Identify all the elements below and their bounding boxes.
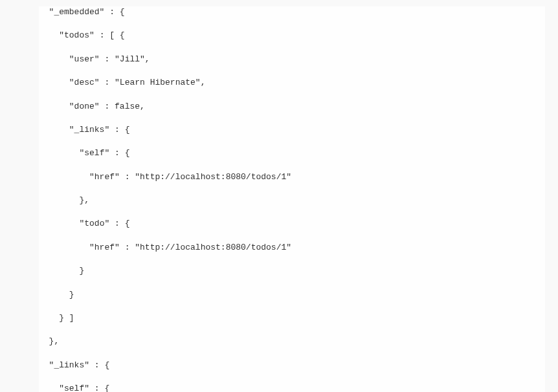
json-line: "_links" : { (39, 360, 545, 371)
json-key: "href" (89, 172, 120, 182)
json-value: false (115, 102, 140, 111)
json-code-block: "_embedded" : { "todos" : [ { "user" : "… (39, 6, 545, 392)
json-line: "self" : { (39, 147, 545, 159)
json-value: "Learn Hibernate" (115, 78, 201, 87)
json-key: "self" (59, 384, 89, 392)
json-line: "_embedded" : { (39, 6, 545, 18)
json-key: "done" (69, 102, 100, 111)
json-key: "_links" (49, 360, 89, 370)
json-line: "self" : { (39, 383, 545, 392)
json-key: "todos" (59, 30, 95, 40)
json-key: "href" (89, 243, 120, 252)
json-line: "_links" : { (39, 124, 545, 136)
json-value: "Jill" (115, 54, 145, 64)
json-line: }, (39, 336, 545, 347)
json-line: } ] (39, 312, 545, 324)
json-key: "desc" (69, 78, 100, 87)
json-line: "href" : "http://localhost:8080/todos/1" (39, 171, 545, 183)
json-line: "done" : false, (39, 101, 545, 113)
json-line: "desc" : "Learn Hibernate", (39, 77, 545, 89)
json-value: "http://localhost:8080/todos/1" (135, 243, 291, 252)
json-key: "self" (79, 148, 109, 158)
json-key: "todo" (79, 219, 109, 228)
json-line: "href" : "http://localhost:8080/todos/1" (39, 242, 545, 254)
json-line: "user" : "Jill", (39, 54, 545, 65)
json-line: } (39, 289, 545, 301)
json-key: "user" (69, 54, 100, 64)
json-line: } (39, 265, 545, 277)
json-value: "http://localhost:8080/todos/1" (135, 172, 291, 182)
json-line: }, (39, 195, 545, 206)
json-line: "todos" : [ { (39, 30, 545, 41)
json-key: "_embedded" (49, 7, 105, 17)
json-line: "todo" : { (39, 218, 545, 230)
json-key: "_links" (69, 125, 109, 135)
